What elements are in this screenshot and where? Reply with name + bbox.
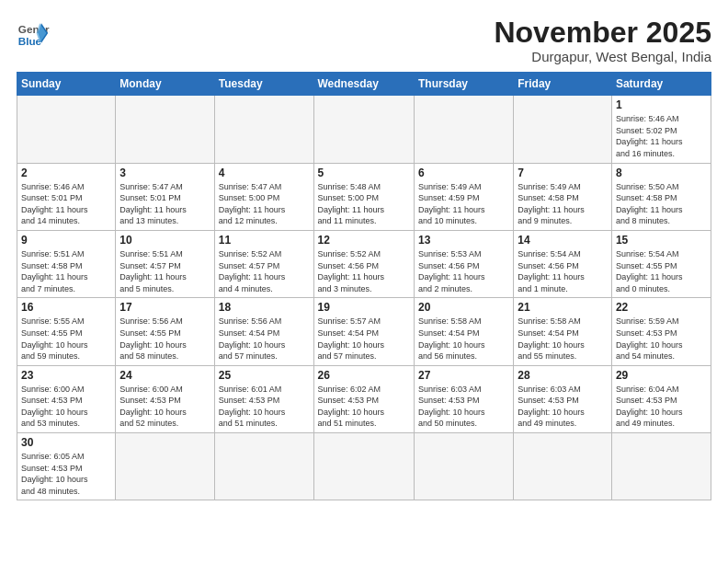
calendar-cell [313,96,414,163]
day-info: Sunrise: 5:57 AM Sunset: 4:54 PM Dayligh… [318,316,410,362]
day-info: Sunrise: 5:49 AM Sunset: 4:59 PM Dayligh… [418,181,509,227]
day-info: Sunrise: 5:58 AM Sunset: 4:54 PM Dayligh… [418,316,509,362]
day-number: 17 [119,301,210,314]
day-number: 22 [616,301,707,314]
day-number: 9 [21,234,111,247]
weekday-header-monday: Monday [116,73,214,96]
day-info: Sunrise: 6:02 AM Sunset: 4:53 PM Dayligh… [318,384,410,430]
calendar-cell: 13Sunrise: 5:53 AM Sunset: 4:56 PM Dayli… [414,230,513,297]
day-number: 14 [518,234,608,247]
day-info: Sunrise: 5:51 AM Sunset: 4:58 PM Dayligh… [21,248,111,294]
day-number: 15 [616,234,707,247]
day-number: 25 [219,369,310,382]
day-number: 27 [418,369,509,382]
day-number: 23 [21,369,111,382]
calendar-cell [116,96,214,163]
day-number: 2 [21,167,111,179]
calendar-cell: 20Sunrise: 5:58 AM Sunset: 4:54 PM Dayli… [414,298,513,365]
day-info: Sunrise: 5:46 AM Sunset: 5:02 PM Dayligh… [616,113,707,159]
week-row-4: 23Sunrise: 6:00 AM Sunset: 4:53 PM Dayli… [17,365,711,432]
calendar-cell [313,433,414,500]
calendar-cell: 10Sunrise: 5:51 AM Sunset: 4:57 PM Dayli… [116,230,214,297]
calendar-cell: 8Sunrise: 5:50 AM Sunset: 4:58 PM Daylig… [611,163,711,230]
day-number: 11 [219,234,310,247]
week-row-0: 1Sunrise: 5:46 AM Sunset: 5:02 PM Daylig… [17,96,711,163]
day-info: Sunrise: 5:47 AM Sunset: 5:01 PM Dayligh… [119,181,210,227]
day-number: 8 [616,167,707,179]
week-row-3: 16Sunrise: 5:55 AM Sunset: 4:55 PM Dayli… [17,298,711,365]
calendar-table: SundayMondayTuesdayWednesdayThursdayFrid… [17,72,711,500]
day-info: Sunrise: 6:00 AM Sunset: 4:53 PM Dayligh… [119,384,210,430]
calendar-cell: 26Sunrise: 6:02 AM Sunset: 4:53 PM Dayli… [313,365,414,432]
calendar-cell: 29Sunrise: 6:04 AM Sunset: 4:53 PM Dayli… [611,365,711,432]
day-number: 21 [518,301,608,314]
calendar-cell: 4Sunrise: 5:47 AM Sunset: 5:00 PM Daylig… [214,163,313,230]
calendar-cell: 16Sunrise: 5:55 AM Sunset: 4:55 PM Dayli… [17,298,116,365]
day-number: 1 [616,98,707,111]
day-info: Sunrise: 6:03 AM Sunset: 4:53 PM Dayligh… [418,384,509,430]
calendar-title: November 2025 [494,17,711,49]
calendar-cell [214,96,313,163]
day-info: Sunrise: 5:46 AM Sunset: 5:01 PM Dayligh… [21,181,111,227]
day-info: Sunrise: 5:52 AM Sunset: 4:57 PM Dayligh… [219,248,310,294]
weekday-header-friday: Friday [514,73,612,96]
day-number: 6 [418,167,509,179]
day-info: Sunrise: 5:56 AM Sunset: 4:55 PM Dayligh… [119,316,210,362]
header: General Blue November 2025 Durgapur, Wes… [17,17,711,64]
calendar-cell: 22Sunrise: 5:59 AM Sunset: 4:53 PM Dayli… [611,298,711,365]
calendar-cell: 23Sunrise: 6:00 AM Sunset: 4:53 PM Dayli… [17,365,116,432]
day-number: 26 [318,369,410,382]
day-info: Sunrise: 5:53 AM Sunset: 4:56 PM Dayligh… [418,248,509,294]
day-info: Sunrise: 5:56 AM Sunset: 4:54 PM Dayligh… [219,316,310,362]
calendar-cell: 3Sunrise: 5:47 AM Sunset: 5:01 PM Daylig… [116,163,214,230]
calendar-cell: 21Sunrise: 5:58 AM Sunset: 4:54 PM Dayli… [514,298,612,365]
day-number: 10 [119,234,210,247]
logo: General Blue [17,17,50,50]
day-number: 16 [21,301,111,314]
calendar-cell: 27Sunrise: 6:03 AM Sunset: 4:53 PM Dayli… [414,365,513,432]
calendar-cell [514,96,612,163]
day-info: Sunrise: 5:51 AM Sunset: 4:57 PM Dayligh… [119,248,210,294]
calendar-cell: 30Sunrise: 6:05 AM Sunset: 4:53 PM Dayli… [17,433,116,500]
day-number: 28 [518,369,608,382]
calendar-cell: 17Sunrise: 5:56 AM Sunset: 4:55 PM Dayli… [116,298,214,365]
day-info: Sunrise: 5:54 AM Sunset: 4:55 PM Dayligh… [616,248,707,294]
day-info: Sunrise: 5:50 AM Sunset: 4:58 PM Dayligh… [616,181,707,227]
calendar-cell: 25Sunrise: 6:01 AM Sunset: 4:53 PM Dayli… [214,365,313,432]
week-row-1: 2Sunrise: 5:46 AM Sunset: 5:01 PM Daylig… [17,163,711,230]
weekday-header-sunday: Sunday [17,73,116,96]
day-info: Sunrise: 5:55 AM Sunset: 4:55 PM Dayligh… [21,316,111,362]
day-number: 20 [418,301,509,314]
weekday-header-row: SundayMondayTuesdayWednesdayThursdayFrid… [17,73,711,96]
day-info: Sunrise: 5:59 AM Sunset: 4:53 PM Dayligh… [616,316,707,362]
calendar-cell: 6Sunrise: 5:49 AM Sunset: 4:59 PM Daylig… [414,163,513,230]
day-number: 19 [318,301,410,314]
week-row-2: 9Sunrise: 5:51 AM Sunset: 4:58 PM Daylig… [17,230,711,297]
day-info: Sunrise: 6:00 AM Sunset: 4:53 PM Dayligh… [21,384,111,430]
weekday-header-saturday: Saturday [611,73,711,96]
calendar-cell: 2Sunrise: 5:46 AM Sunset: 5:01 PM Daylig… [17,163,116,230]
day-number: 5 [318,167,410,179]
day-number: 13 [418,234,509,247]
calendar-cell: 7Sunrise: 5:49 AM Sunset: 4:58 PM Daylig… [514,163,612,230]
logo-icon: General Blue [17,17,50,50]
calendar-cell: 14Sunrise: 5:54 AM Sunset: 4:56 PM Dayli… [514,230,612,297]
day-info: Sunrise: 5:52 AM Sunset: 4:56 PM Dayligh… [318,248,410,294]
day-info: Sunrise: 5:48 AM Sunset: 5:00 PM Dayligh… [318,181,410,227]
calendar-cell: 9Sunrise: 5:51 AM Sunset: 4:58 PM Daylig… [17,230,116,297]
day-number: 7 [518,167,608,179]
calendar-cell [414,433,513,500]
day-info: Sunrise: 6:03 AM Sunset: 4:53 PM Dayligh… [518,384,608,430]
day-info: Sunrise: 5:58 AM Sunset: 4:54 PM Dayligh… [518,316,608,362]
calendar-cell: 19Sunrise: 5:57 AM Sunset: 4:54 PM Dayli… [313,298,414,365]
day-info: Sunrise: 5:54 AM Sunset: 4:56 PM Dayligh… [518,248,608,294]
day-number: 12 [318,234,410,247]
calendar-cell [214,433,313,500]
day-info: Sunrise: 6:04 AM Sunset: 4:53 PM Dayligh… [616,384,707,430]
day-number: 24 [119,369,210,382]
week-row-5: 30Sunrise: 6:05 AM Sunset: 4:53 PM Dayli… [17,433,711,500]
calendar-cell [611,433,711,500]
weekday-header-thursday: Thursday [414,73,513,96]
calendar-cell [414,96,513,163]
calendar-cell: 11Sunrise: 5:52 AM Sunset: 4:57 PM Dayli… [214,230,313,297]
